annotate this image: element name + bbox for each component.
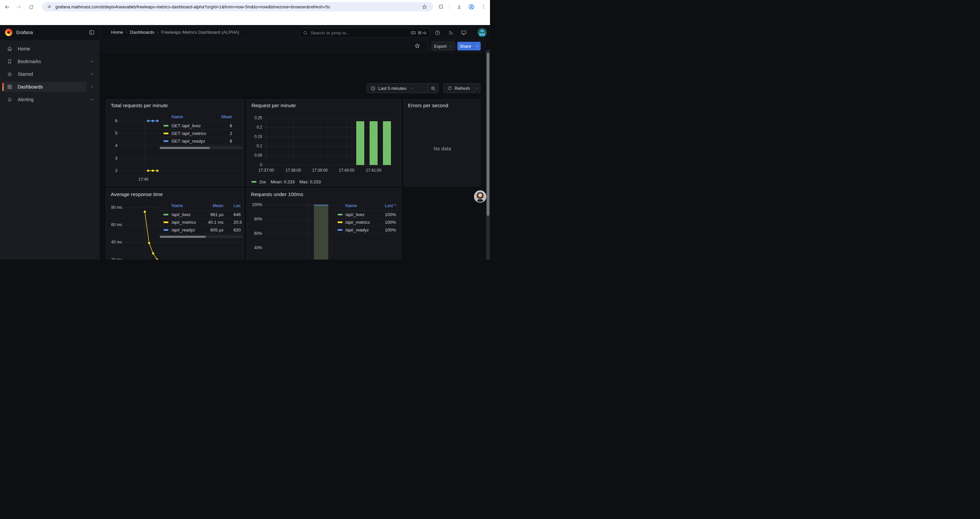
- x-axis-tick: 17:38:00: [286, 168, 301, 172]
- legend-header[interactable]: Mean: [213, 203, 223, 208]
- gridline: [307, 203, 308, 260]
- breadcrumb-item[interactable]: Dashboards: [130, 30, 154, 35]
- bar: [356, 121, 364, 165]
- refresh-label: Refresh: [455, 86, 470, 91]
- series-value: 20.5 r: [234, 220, 243, 225]
- series-value: 40.1 ms: [208, 220, 223, 225]
- favorite-star-icon[interactable]: [414, 43, 420, 49]
- legend-row[interactable]: /api/_metrics100%: [335, 218, 399, 226]
- legend-header[interactable]: Name: [172, 203, 183, 208]
- scrollbar-thumb[interactable]: [487, 53, 489, 216]
- news-rss-icon[interactable]: [445, 28, 456, 38]
- user-avatar[interactable]: [478, 28, 487, 37]
- legend-row[interactable]: /api/_livez661 µs646: [159, 211, 243, 218]
- series-max: Max: 0.233: [299, 179, 321, 184]
- panel-legend[interactable]: 2xx Mean: 0.233 Max: 0.233: [251, 179, 321, 184]
- downloads-icon[interactable]: [455, 2, 463, 11]
- y-axis-tick: 40%: [254, 246, 262, 250]
- panel-under-100ms[interactable]: Requests under 100ms 100%80%60%40%20%0%1…: [247, 188, 401, 260]
- refresh-interval-button[interactable]: [474, 86, 480, 90]
- legend-header[interactable]: Name: [172, 114, 183, 119]
- series-name: /api/_metrics: [172, 220, 196, 225]
- panel-title: Request per minute: [251, 102, 296, 108]
- panel-request-per-minute[interactable]: Request per minute 0.250.20.150.10.05017…: [247, 99, 401, 186]
- reload-button[interactable]: [26, 2, 36, 12]
- series-color-pill: [164, 140, 169, 142]
- series-value: 661 µs: [210, 212, 223, 217]
- breadcrumb-item[interactable]: Home: [111, 30, 123, 35]
- export-label: Export: [434, 44, 447, 49]
- legend-row[interactable]: GET /api/_readyz6: [159, 137, 243, 145]
- legend-header[interactable]: Last *: [385, 203, 396, 208]
- series-name: /api/_readyz: [345, 227, 369, 232]
- sidebar-item-label: Dashboards: [18, 84, 43, 89]
- url-bar[interactable]: grafana.mathmast.com/d/deytv4rwavabkb/fr…: [42, 2, 433, 11]
- chevron-down-icon[interactable]: [89, 72, 94, 77]
- time-range-picker[interactable]: Last 5 minutes: [367, 86, 428, 91]
- profile-icon[interactable]: [467, 2, 476, 11]
- breadcrumb-separator: ›: [154, 29, 161, 35]
- legend-row[interactable]: /api/_readyz605 µs620: [159, 226, 243, 233]
- sidebar-item-starred[interactable]: Starred: [2, 69, 87, 79]
- search-input[interactable]: Search or jump to... ⌘+k: [299, 28, 430, 38]
- refresh-button[interactable]: Refresh: [444, 86, 474, 91]
- legend-header[interactable]: Las: [234, 203, 240, 208]
- panel-errors-per-second[interactable]: Errors per second No data: [404, 99, 480, 186]
- floating-assistant-avatar[interactable]: [474, 190, 486, 203]
- series-name: GET /api/_readyz: [172, 139, 205, 144]
- grafana-logo-icon[interactable]: [5, 29, 12, 36]
- series-color-pill: [251, 181, 256, 183]
- series-value: 100%: [385, 212, 396, 217]
- chevron-down-icon[interactable]: [89, 97, 94, 102]
- browser-menu-icon[interactable]: [479, 2, 488, 11]
- sidebar-item-home[interactable]: Home: [2, 44, 87, 54]
- series-name: 2xx: [259, 179, 266, 184]
- screen-share-icon[interactable]: [459, 28, 469, 38]
- page-scrollbar[interactable]: [486, 50, 490, 260]
- panel-total-requests[interactable]: Total requests per minute 6543217:40 Nam…: [106, 99, 244, 186]
- series-name: /api/_livez: [172, 212, 191, 217]
- dashboard-canvas: Last 5 minutes Refresh: [100, 53, 486, 260]
- series-name: /api/_readyz: [172, 227, 195, 232]
- series-name: GET /api/_livez: [172, 123, 201, 128]
- legend-row[interactable]: GET /api/_metrics2: [159, 129, 243, 137]
- series-color-pill: [337, 222, 342, 223]
- legend-header[interactable]: Mean: [221, 114, 232, 119]
- panel-avg-response-time[interactable]: Average response time 80 ms60 ms40 ms20 …: [106, 188, 244, 260]
- legend-scrollbar[interactable]: [159, 235, 243, 238]
- bookmark-star-icon[interactable]: [420, 2, 429, 11]
- share-menu-button[interactable]: [474, 42, 480, 50]
- chevron-down-icon[interactable]: [89, 59, 94, 64]
- sidebar-item-bookmarks[interactable]: Bookmarks: [2, 56, 87, 67]
- y-axis-tick: 100%: [252, 203, 262, 207]
- share-button[interactable]: Share: [457, 42, 473, 50]
- chevron-down-icon[interactable]: [89, 85, 94, 89]
- browser-toolbar: grafana.mathmast.com/d/deytv4rwavabkb/fr…: [0, 0, 490, 13]
- legend-header[interactable]: Name: [345, 203, 357, 208]
- search-placeholder: Search or jump to...: [310, 30, 350, 35]
- bar: [314, 205, 328, 260]
- export-button[interactable]: Export: [432, 42, 455, 50]
- series-value: 646: [234, 212, 243, 217]
- legend-row[interactable]: /api/_metrics40.1 ms20.5 r: [159, 218, 243, 226]
- legend-row[interactable]: GET /api/_livez6: [159, 121, 243, 129]
- legend-scrollbar[interactable]: [159, 146, 243, 149]
- bell-icon: [7, 97, 12, 102]
- bar: [369, 121, 378, 165]
- back-button[interactable]: [3, 2, 12, 12]
- site-settings-icon[interactable]: [47, 4, 52, 10]
- sidebar-item-dashboards[interactable]: Dashboards: [2, 82, 87, 92]
- y-axis-tick: 0.1: [256, 144, 262, 148]
- gridline: [266, 115, 267, 165]
- sidebar-item-alerting[interactable]: Alerting: [2, 94, 87, 105]
- sidebar: HomeBookmarksStarredDashboardsAlerting: [0, 40, 99, 260]
- legend-row[interactable]: /api/_readyz100%: [335, 226, 399, 233]
- zoom-out-button[interactable]: [428, 86, 438, 91]
- legend-row[interactable]: /api/_livez100%: [335, 211, 399, 218]
- extensions-icon[interactable]: [437, 2, 445, 11]
- help-icon[interactable]: [432, 28, 442, 38]
- sidebar-toggle-icon[interactable]: [89, 29, 95, 35]
- series-color-pill: [164, 222, 169, 223]
- forward-button[interactable]: [14, 2, 23, 12]
- series-name: /api/_livez: [345, 212, 364, 217]
